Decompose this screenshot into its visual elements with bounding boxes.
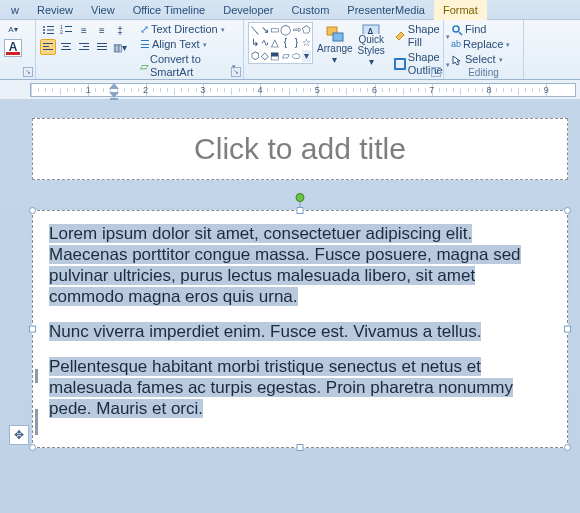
shape-fill-icon xyxy=(394,30,406,42)
shapes-gallery[interactable]: ＼ ↘ ▭ ◯ ⇨ ⬠ ↳ ∿ △ { } ☆ ⬡ ◇ ⬒ ▱ ⬭ ▾ xyxy=(248,22,313,64)
resize-handle-t[interactable] xyxy=(297,207,304,214)
bullet-marker xyxy=(35,369,38,383)
resize-handle-br[interactable] xyxy=(564,444,571,451)
text-direction-button[interactable]: ⤢ Text Direction▾ xyxy=(137,22,239,37)
find-icon xyxy=(451,24,463,36)
shapes-gallery-expand[interactable]: ▾ xyxy=(302,50,311,62)
shape-more-4[interactable]: ▱ xyxy=(280,50,291,62)
first-line-indent-marker[interactable] xyxy=(109,83,119,89)
svg-rect-3 xyxy=(47,30,54,31)
tab-presentermedia[interactable]: PresenterMedia xyxy=(338,0,434,20)
shape-lbrace-icon[interactable]: { xyxy=(280,37,291,49)
svg-rect-12 xyxy=(43,49,53,50)
svg-rect-11 xyxy=(43,46,49,47)
svg-rect-19 xyxy=(97,43,107,44)
line-spacing-button[interactable]: ‡ xyxy=(112,22,128,38)
tab-review[interactable]: Review xyxy=(28,0,82,20)
title-placeholder-text: Click to add title xyxy=(194,132,406,166)
numbering-button[interactable]: 12 xyxy=(58,22,74,38)
font-color-button[interactable]: A xyxy=(4,39,22,57)
horizontal-ruler[interactable]: 123456789 xyxy=(30,83,576,97)
bullet-marker xyxy=(35,421,38,435)
shape-curve-icon[interactable]: ∿ xyxy=(261,37,269,49)
bullets-button[interactable] xyxy=(40,22,56,38)
shape-oval-icon[interactable]: ◯ xyxy=(280,24,291,36)
shrink-font-button[interactable]: A▾ xyxy=(4,22,22,36)
shape-freeform-icon[interactable]: △ xyxy=(270,37,279,49)
resize-handle-tl[interactable] xyxy=(29,207,36,214)
shape-rarrow-icon[interactable]: ⇨ xyxy=(292,24,301,36)
shape-more-5[interactable]: ⬭ xyxy=(292,50,301,62)
align-right-button[interactable] xyxy=(76,39,92,55)
resize-handle-bl[interactable] xyxy=(29,444,36,451)
tab-format[interactable]: Format xyxy=(434,0,487,20)
align-left-button[interactable] xyxy=(40,39,56,55)
find-label: Find xyxy=(465,23,486,36)
title-placeholder[interactable]: Click to add title xyxy=(32,118,568,180)
shape-callout-icon[interactable]: ☆ xyxy=(302,37,311,49)
ruler-number: 4 xyxy=(258,85,263,95)
font-dialog-launcher[interactable]: ↘ xyxy=(23,67,33,77)
horizontal-ruler-area: 123456789 xyxy=(0,80,580,100)
resize-handle-r[interactable] xyxy=(564,326,571,333)
convert-smartart-button[interactable]: ▱ Convert to SmartArt▾ xyxy=(137,52,239,80)
shape-more-1[interactable]: ⬡ xyxy=(250,50,260,62)
tab-office-timeline[interactable]: Office Timeline xyxy=(124,0,215,20)
tab-custom[interactable]: Custom xyxy=(282,0,338,20)
paragraph-dialog-launcher[interactable]: ↘ xyxy=(231,67,241,77)
ribbon: A▾ A F ↘ 12 ≡ ≡ ‡ xyxy=(0,20,580,80)
resize-handle-tr[interactable] xyxy=(564,207,571,214)
svg-rect-18 xyxy=(79,49,89,50)
group-editing-label: Editing xyxy=(448,67,519,79)
replace-label: Replace xyxy=(463,38,503,51)
shape-rect-icon[interactable]: ▭ xyxy=(270,24,279,36)
body-paragraph-1[interactable]: Lorem ipsum dolor sit amet, consectetuer… xyxy=(49,223,551,307)
tab-developer[interactable]: Developer xyxy=(214,0,282,20)
svg-rect-16 xyxy=(79,43,89,44)
resize-handle-b[interactable] xyxy=(297,444,304,451)
find-button[interactable]: Find xyxy=(448,22,489,37)
svg-rect-13 xyxy=(61,43,71,44)
numbering-icon: 12 xyxy=(60,25,72,35)
select-button[interactable]: Select▾ xyxy=(448,52,506,67)
shape-rbrace-icon[interactable]: } xyxy=(292,37,301,49)
tab-partial[interactable]: w xyxy=(2,0,28,20)
content-placeholder[interactable]: Lorem ipsum dolor sit amet, consectetuer… xyxy=(32,210,568,448)
replace-button[interactable]: ab Replace▾ xyxy=(448,37,513,52)
shape-more-3[interactable]: ⬒ xyxy=(270,50,279,62)
svg-rect-15 xyxy=(61,49,71,50)
shape-more-2[interactable]: ◇ xyxy=(261,50,269,62)
align-text-button[interactable]: ☰ Align Text▾ xyxy=(137,37,239,52)
shape-connector-icon[interactable]: ↳ xyxy=(250,37,260,49)
svg-rect-20 xyxy=(97,46,107,47)
group-paragraph: 12 ≡ ≡ ‡ xyxy=(36,20,244,79)
smartart-icon: ▱ xyxy=(140,60,148,73)
resize-handle-l[interactable] xyxy=(29,326,36,333)
decrease-indent-button[interactable]: ≡ xyxy=(76,22,92,38)
svg-point-29 xyxy=(453,26,459,32)
tab-view[interactable]: View xyxy=(82,0,124,20)
group-font: A▾ A F ↘ xyxy=(0,20,36,79)
drawing-dialog-launcher[interactable]: ↘ xyxy=(431,67,441,77)
slide-workspace: Click to add title Lorem ipsum dolor sit… xyxy=(0,100,580,513)
shape-arrow-icon[interactable]: ↘ xyxy=(261,24,269,36)
body-paragraph-2[interactable]: Nunc viverra imperdiet enim. Fusce est. … xyxy=(49,321,551,342)
arrange-button[interactable]: Arrange▾ xyxy=(316,22,354,68)
ruler-number: 8 xyxy=(487,85,492,95)
quick-styles-button[interactable]: A Quick Styles▾ xyxy=(357,22,386,68)
align-text-label: Align Text xyxy=(152,38,200,51)
justify-icon xyxy=(97,43,107,51)
increase-indent-button[interactable]: ≡ xyxy=(94,22,110,38)
align-right-icon xyxy=(79,43,89,51)
shape-star-icon[interactable]: ⬠ xyxy=(302,24,311,36)
align-center-button[interactable] xyxy=(58,39,74,55)
ruler-number: 7 xyxy=(429,85,434,95)
columns-button[interactable]: ▥▾ xyxy=(112,39,128,55)
justify-button[interactable] xyxy=(94,39,110,55)
replace-icon: ab xyxy=(451,38,461,51)
body-paragraph-3[interactable]: Pellentesque habitant morbi tristique se… xyxy=(49,356,551,419)
quick-styles-label: Quick Styles xyxy=(358,34,385,56)
paragraph-toggles: 12 ≡ ≡ ‡ xyxy=(40,22,128,55)
shape-line-icon[interactable]: ＼ xyxy=(250,24,260,36)
svg-rect-26 xyxy=(395,59,405,69)
